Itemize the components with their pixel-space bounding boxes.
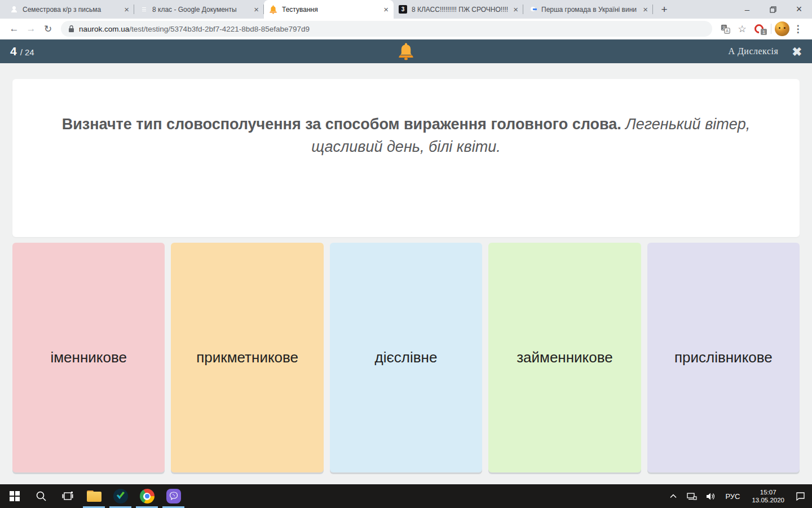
quiz-header: 4 / 24 А Дислексія ✖ [0, 40, 812, 63]
answer-label: прислівникове [674, 349, 773, 366]
extension-badge: 1 [761, 29, 767, 35]
extension-icon[interactable]: 1 [751, 24, 767, 33]
url-text: naurok.com.ua/test/testing/5374b3fd-2bf7… [79, 25, 310, 33]
question-number: 4 [10, 45, 17, 58]
chrome-icon[interactable] [134, 484, 160, 508]
network-icon[interactable] [685, 492, 699, 501]
url-field[interactable]: naurok.com.ua/test/testing/5374b3fd-2bf7… [61, 21, 712, 37]
answer-card-2[interactable]: прикметникове [171, 243, 323, 472]
answer-card-4[interactable]: займенникове [488, 243, 641, 472]
tab-close-icon[interactable]: × [253, 5, 260, 14]
answer-card-3[interactable]: дієслівне [330, 243, 482, 472]
chrome-menu-icon[interactable]: ⋮ [789, 23, 806, 35]
task-view-icon[interactable] [54, 484, 81, 508]
tab-persha-gromada[interactable]: Перша громада в Україні вини × [523, 0, 653, 19]
dyslexia-toggle[interactable]: А Дислексія [728, 46, 778, 56]
tab-semestrova[interactable]: Семестрова к/р з письма × [5, 0, 134, 19]
system-tray: РУС 15:07 13.05.2020 [666, 488, 812, 504]
file-explorer-icon[interactable] [81, 484, 107, 508]
answer-label: прикметникове [196, 349, 298, 366]
toolbar-separator [771, 24, 771, 34]
volume-icon[interactable] [703, 492, 718, 501]
google-g-icon [528, 5, 537, 14]
lock-icon [68, 25, 74, 33]
tab-google-docs[interactable]: 8 клас - Google Документы × [134, 0, 264, 19]
tab-close-icon[interactable]: × [642, 5, 649, 14]
dark-3-favicon: 3 [399, 5, 408, 14]
question-progress: 4 / 24 [10, 45, 34, 58]
window-controls: – × [734, 0, 812, 19]
profile-avatar[interactable] [775, 21, 789, 36]
restore-button[interactable] [760, 0, 786, 19]
answers-row: іменниковеприкметниковедієслівнезайменни… [12, 243, 800, 472]
quiz-content: Визначте тип словосполучення за способом… [0, 63, 812, 484]
class-journal-icon [10, 5, 19, 14]
tab-strip: Семестрова к/р з письма × 8 клас - Googl… [0, 0, 812, 19]
question-total: / 24 [20, 47, 34, 57]
tab-8-klass[interactable]: 3 8 КЛАСС!!!!!!!!! ПЖ СРОЧНО!!!!!! × [394, 0, 523, 19]
close-window-button[interactable]: × [786, 0, 812, 19]
forward-icon[interactable]: → [23, 23, 39, 34]
viber-icon[interactable] [160, 484, 187, 508]
question-text: Визначте тип словосполучення за способом… [46, 113, 766, 237]
language-indicator[interactable]: РУС [722, 492, 743, 501]
tab-title: Семестрова к/р з письма [23, 6, 119, 14]
tab-title: Перша громада в Україні вини [541, 6, 638, 14]
action-center-icon[interactable] [793, 492, 807, 501]
time: 15:07 [760, 489, 776, 496]
tray-chevron-icon[interactable] [666, 494, 681, 498]
start-button[interactable] [1, 484, 28, 508]
tab-close-icon[interactable]: × [512, 5, 519, 14]
answer-card-5[interactable]: прислівникове [647, 243, 800, 472]
answer-card-1[interactable]: іменникове [12, 243, 165, 472]
tab-title: 8 клас - Google Документы [152, 6, 249, 14]
address-bar: ← → ↻ naurok.com.ua/test/testing/5374b3f… [0, 19, 812, 40]
answer-label: дієслівне [375, 349, 438, 366]
question-card: Визначте тип словосполучення за способом… [12, 79, 800, 237]
answer-label: іменникове [50, 349, 126, 366]
bell-favicon [269, 5, 278, 14]
tab-title: 8 КЛАСС!!!!!!!!! ПЖ СРОЧНО!!!!!! [412, 6, 508, 14]
search-icon[interactable] [28, 484, 54, 508]
new-tab-button[interactable]: + [656, 2, 672, 17]
translate-icon[interactable]: 文A [717, 24, 734, 34]
bookmark-star-icon[interactable]: ☆ [734, 23, 751, 35]
question-main: Визначте тип словосполучення за способом… [62, 116, 621, 133]
windows-taskbar: РУС 15:07 13.05.2020 [0, 484, 812, 508]
back-icon[interactable]: ← [6, 23, 23, 34]
date: 13.05.2020 [752, 497, 784, 503]
answer-label: займенникове [517, 349, 613, 366]
close-test-icon[interactable]: ✖ [792, 46, 802, 58]
green-app-icon[interactable] [107, 484, 134, 508]
reload-icon[interactable]: ↻ [39, 23, 56, 35]
svg-text:A: A [726, 28, 729, 33]
clock[interactable]: 15:07 13.05.2020 [747, 488, 789, 504]
tab-close-icon[interactable]: × [123, 5, 130, 14]
minimize-button[interactable]: – [734, 0, 760, 19]
bell-icon [398, 42, 414, 63]
tab-testuvannya-active[interactable]: Тестування × [264, 0, 394, 19]
tab-close-icon[interactable]: × [382, 5, 390, 14]
tab-title: Тестування [282, 6, 378, 14]
google-docs-icon [139, 5, 148, 14]
